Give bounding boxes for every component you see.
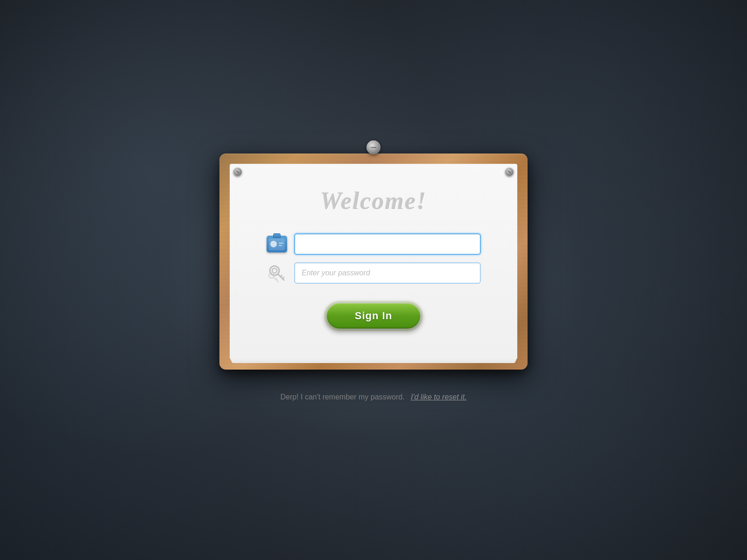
signin-button-wrap: Sign In bbox=[324, 301, 423, 331]
board-screw-left bbox=[233, 168, 242, 176]
password-input[interactable] bbox=[294, 262, 481, 284]
login-form: Sign In bbox=[248, 233, 499, 331]
svg-line-6 bbox=[282, 277, 284, 279]
id-avatar bbox=[270, 241, 277, 247]
welcome-title: Welcome! bbox=[248, 187, 499, 215]
board-screw-right bbox=[505, 168, 514, 176]
signin-button[interactable]: Sign In bbox=[327, 303, 420, 329]
keys-icon bbox=[267, 263, 287, 283]
paper: Welcome! bbox=[230, 164, 517, 359]
top-nail bbox=[366, 140, 381, 154]
signin-outer: Sign In bbox=[324, 301, 423, 331]
id-badge-icon bbox=[267, 236, 287, 252]
svg-line-9 bbox=[276, 279, 277, 280]
forgot-prefix: Derp! I can't remember my password. bbox=[280, 393, 404, 401]
login-scene: Welcome! bbox=[219, 140, 528, 401]
paper-stack: Welcome! bbox=[230, 164, 517, 359]
reset-link[interactable]: I'd like to reset it. bbox=[411, 393, 467, 401]
id-line-2 bbox=[279, 245, 282, 246]
svg-line-5 bbox=[281, 275, 282, 277]
username-input[interactable] bbox=[294, 233, 481, 255]
wood-board: Welcome! bbox=[219, 154, 528, 370]
id-line-1 bbox=[279, 243, 283, 244]
footer: Derp! I can't remember my password. I'd … bbox=[280, 393, 466, 401]
password-row bbox=[266, 262, 481, 284]
keys-icon-wrap bbox=[266, 262, 288, 284]
username-row bbox=[266, 233, 481, 255]
id-badge-inner bbox=[269, 238, 285, 250]
id-badge-icon-wrap bbox=[266, 233, 288, 255]
id-lines bbox=[279, 243, 283, 246]
